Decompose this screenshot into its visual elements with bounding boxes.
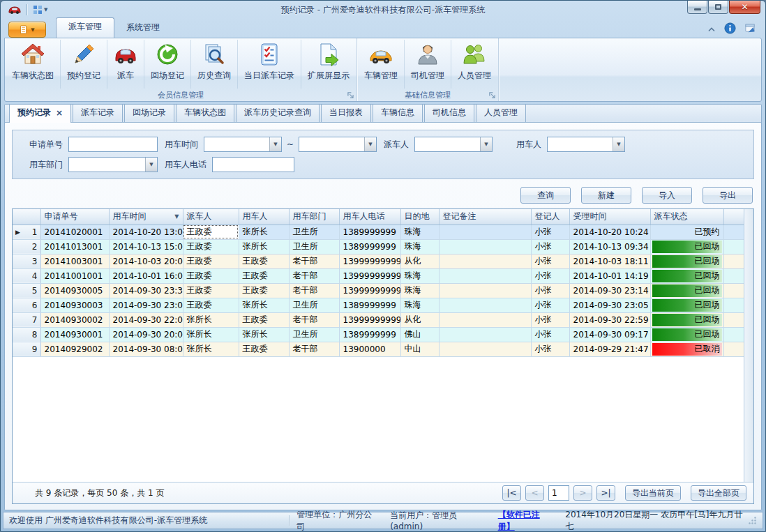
table-row-4[interactable]: 4201410010012014-10-01 16:00王政委王政委老干部139…	[13, 268, 744, 283]
chevron-down-icon[interactable]: ▼	[480, 137, 492, 151]
quick-access-toolbar-button[interactable]: ▼	[30, 4, 50, 15]
doc-tab-2[interactable]: 回场记录	[124, 104, 174, 122]
use-time-from-combo[interactable]: ▼	[204, 137, 282, 152]
cell-registrar[interactable]: 小张	[531, 239, 569, 254]
cell-registrar[interactable]: 小张	[531, 327, 569, 342]
export-all-pages-button[interactable]: 导出全部页	[691, 485, 746, 501]
column-header-user[interactable]: 用车人	[239, 209, 289, 225]
ribbon-tab-dispatch-management[interactable]: 派车管理	[56, 17, 114, 38]
cell-accept_time[interactable]: 2014-09-29 21:47	[569, 342, 650, 356]
chevron-down-icon[interactable]: ▼	[364, 137, 376, 151]
ribbon-button-driver-management[interactable]: 司机管理	[405, 40, 451, 89]
cell-dept[interactable]: 老干部	[289, 268, 339, 283]
chevron-down-icon[interactable]: ▼	[269, 137, 281, 151]
row-indicator-header[interactable]	[13, 209, 40, 225]
cell-registrar[interactable]: 小张	[531, 254, 569, 268]
cell-remark[interactable]	[439, 225, 531, 239]
column-header-destination[interactable]: 目的地	[400, 209, 439, 225]
cell-use_time[interactable]: 2014-09-30 22:00	[109, 312, 183, 327]
cell-status[interactable]: 已回场	[650, 298, 723, 312]
minimize-button[interactable]	[687, 1, 707, 14]
row-header[interactable]: 8	[13, 327, 40, 342]
cell-dept[interactable]: 老干部	[289, 312, 339, 327]
cell-use_time[interactable]: 2014-10-01 16:00	[109, 268, 183, 283]
cell-remark[interactable]	[439, 312, 531, 327]
row-header[interactable]: 4	[13, 268, 40, 283]
last-page-button[interactable]: >|	[596, 485, 615, 501]
cell-order_no[interactable]: 20141013001	[40, 239, 109, 254]
cell-dispatcher[interactable]: 张所长	[183, 327, 239, 342]
cell-use_time[interactable]: 2014-10-20 13:00	[109, 225, 183, 239]
column-header-accept_time[interactable]: 受理时间	[569, 209, 650, 225]
cell-user[interactable]: 张所长	[239, 298, 289, 312]
cell-order_no[interactable]: 20140929002	[40, 342, 109, 356]
cell-phone[interactable]: 1389999999	[339, 298, 400, 312]
cell-registrar[interactable]: 小张	[531, 225, 569, 239]
cell-use_time[interactable]: 2014-09-30 08:00	[109, 342, 183, 356]
cell-remark[interactable]	[439, 254, 531, 268]
maximize-button[interactable]	[708, 1, 728, 14]
dept-combo[interactable]: ▼	[68, 157, 158, 172]
cell-use_time[interactable]: 2014-09-30 23:00	[109, 298, 183, 312]
cell-use_time[interactable]: 2014-09-30 23:30	[109, 283, 183, 298]
cell-registrar[interactable]: 小张	[531, 298, 569, 312]
cell-user[interactable]: 张所长	[239, 327, 289, 342]
cell-order_no[interactable]: 20141003001	[40, 254, 109, 268]
prev-page-button[interactable]: <	[525, 485, 544, 501]
cell-phone[interactable]: 13999999999	[339, 283, 400, 298]
vertical-scrollbar[interactable]	[744, 209, 753, 482]
dialog-launcher-icon[interactable]	[489, 92, 495, 98]
column-header-phone[interactable]: 用车人电话	[339, 209, 400, 225]
doc-tab-8[interactable]: 人员管理	[476, 104, 526, 122]
column-header-use_time[interactable]: 用车时间▼	[109, 209, 183, 225]
ribbon-button-return-register[interactable]: 回场登记	[144, 40, 191, 89]
ribbon-button-today-dispatch-records[interactable]: 当日派车记录	[238, 40, 301, 89]
cell-use_time[interactable]: 2014-09-30 20:00	[109, 327, 183, 342]
cell-user[interactable]: 王政委	[239, 312, 289, 327]
cell-order_no[interactable]: 20140930001	[40, 327, 109, 342]
cell-registrar[interactable]: 小张	[531, 283, 569, 298]
cell-remark[interactable]	[439, 327, 531, 342]
cell-registrar[interactable]: 小张	[531, 342, 569, 356]
software-registered-link[interactable]: 【软件已注册】	[498, 509, 556, 532]
cell-status[interactable]: 已取消	[650, 342, 723, 356]
cell-order_no[interactable]: 20140930003	[40, 298, 109, 312]
cell-dispatcher[interactable]: 王政委	[183, 283, 239, 298]
ribbon-button-personnel-management[interactable]: 人员管理	[451, 40, 497, 89]
ribbon-button-reservation-register[interactable]: 预约登记	[61, 40, 107, 89]
collapse-ribbon-icon[interactable]	[707, 24, 716, 34]
close-tab-icon[interactable]: ×	[56, 109, 63, 117]
cell-accept_time[interactable]: 2014-09-30 23:05	[569, 298, 650, 312]
cell-registrar[interactable]: 小张	[531, 312, 569, 327]
cell-phone[interactable]: 13999999999	[339, 254, 400, 268]
doc-tab-0[interactable]: 预约记录×	[9, 104, 71, 123]
doc-tab-3[interactable]: 车辆状态图	[176, 104, 234, 122]
ribbon-button-vehicle-status-map[interactable]: 车辆状态图	[6, 40, 61, 89]
export-button[interactable]: 导出	[703, 187, 753, 204]
ribbon-button-extended-screen[interactable]: 扩展屏显示	[301, 40, 356, 89]
page-number-input[interactable]	[548, 485, 569, 501]
cell-status[interactable]: 已回场	[650, 312, 723, 327]
ribbon-button-dispatch[interactable]: 派车	[107, 40, 144, 89]
cell-user[interactable]: 王政委	[239, 283, 289, 298]
table-row-1[interactable]: ▶1201410200012014-10-20 13:00王政委张所长卫生所13…	[13, 225, 744, 239]
cell-accept_time[interactable]: 2014-10-20 10:24	[569, 225, 650, 239]
cell-phone[interactable]: 1389999999	[339, 225, 400, 239]
cell-destination[interactable]: 佛山	[400, 327, 439, 342]
phone-input[interactable]	[212, 157, 294, 172]
table-row-7[interactable]: 7201409300022014-09-30 22:00张所长王政委老干部139…	[13, 312, 744, 327]
table-row-9[interactable]: 9201409290022014-09-30 08:00张所长王政委老干部139…	[13, 342, 744, 356]
cell-user[interactable]: 王政委	[239, 268, 289, 283]
cell-destination[interactable]: 珠海	[400, 298, 439, 312]
ribbon-tab-system-management[interactable]: 系统管理	[114, 18, 172, 38]
column-header-status[interactable]: 派车状态	[650, 209, 723, 225]
cell-phone[interactable]: 1389999999	[339, 327, 400, 342]
dispatcher-combo[interactable]: ▼	[414, 137, 493, 152]
cell-order_no[interactable]: 20141001001	[40, 268, 109, 283]
cell-accept_time[interactable]: 2014-09-30 09:17	[569, 327, 650, 342]
cell-phone[interactable]: 1389999999	[339, 239, 400, 254]
cell-remark[interactable]	[439, 342, 531, 356]
column-header-remark[interactable]: 登记备注	[439, 209, 531, 225]
order-no-input[interactable]	[68, 137, 158, 152]
application-menu-button[interactable]: ▼	[8, 22, 46, 38]
